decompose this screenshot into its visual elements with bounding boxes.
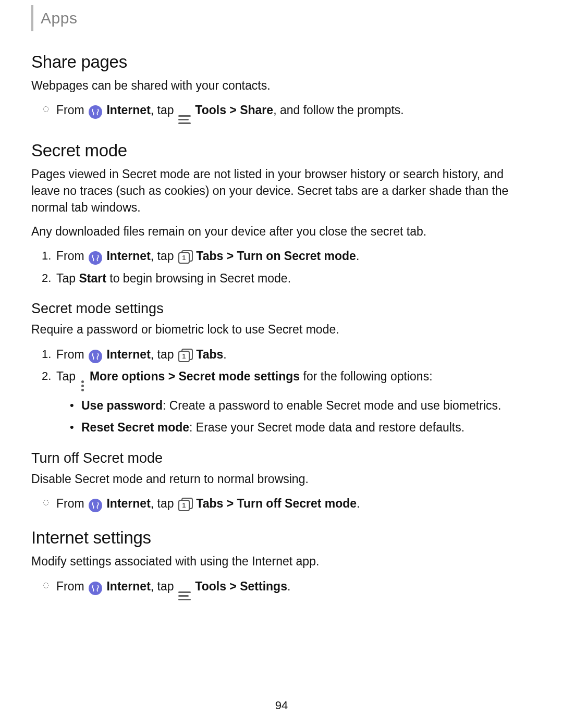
step-number-1: 1. [42, 247, 51, 264]
secret-mode-step2: 2. Tap Start to begin browsing in Secret… [31, 269, 532, 288]
tools-label: Tools [195, 103, 226, 117]
gt: > [226, 103, 240, 117]
gt: > [223, 497, 237, 510]
sms-sub1: Use password: Create a password to enabl… [31, 397, 532, 415]
secret-mode-intro1: Pages viewed in Secret mode are not list… [31, 166, 532, 216]
secret-mode-settings-intro: Require a password or biometric lock to … [31, 321, 532, 338]
internet-icon [89, 350, 102, 363]
tabs-icon: 1 [178, 498, 192, 510]
internet-label: Internet [106, 348, 150, 361]
internet-settings-intro: Modify settings associated with using th… [31, 553, 532, 570]
header-rule [31, 5, 33, 31]
internet-icon [89, 105, 102, 119]
text: Tap [56, 272, 79, 285]
text: From [56, 103, 84, 117]
text: for the following options: [300, 369, 432, 383]
text: , tap [151, 497, 174, 510]
sms-step1: 1. From Internet, tap 1 Tabs. [31, 346, 532, 364]
gt: > [165, 369, 178, 383]
turn-off-intro: Disable Secret mode and return to normal… [31, 471, 532, 487]
text: , tap [151, 348, 174, 361]
step-number-2: 2. [42, 269, 51, 287]
internet-label: Internet [106, 103, 150, 117]
manual-page: Apps Share pages Webpages can be shared … [0, 0, 563, 728]
text: , and follow the prompts. [273, 103, 404, 117]
reset-secret-label: Reset Secret mode [81, 421, 189, 434]
page-content: Share pages Webpages can be shared with … [31, 52, 532, 601]
turn-off-heading: Turn off Secret mode [31, 450, 532, 466]
sms-step2: 2. Tap More options > Secret mode settin… [31, 367, 532, 392]
text: , tap [151, 249, 174, 263]
secret-mode-step1: 1. From Internet, tap 1 Tabs > Turn on S… [31, 247, 532, 265]
text: : Erase your Secret mode data and restor… [189, 421, 464, 434]
tabs-icon: 1 [178, 250, 192, 263]
text: Tap [56, 369, 79, 383]
text: From [56, 579, 84, 593]
sms-label: Secret mode settings [178, 369, 300, 383]
tools-icon [178, 115, 191, 125]
start-label: Start [79, 272, 106, 285]
dot: . [356, 249, 359, 263]
text: to begin browsing in Secret mode. [106, 272, 291, 285]
action-label: Turn off Secret mode [237, 497, 357, 510]
internet-icon [89, 582, 102, 595]
secret-mode-intro2: Any downloaded files remain on your devi… [31, 223, 532, 240]
tabs-label: Tabs [196, 348, 223, 361]
more-options-label: More options [90, 369, 165, 383]
tabs-icon: 1 [178, 349, 192, 361]
tools-label: Tools [195, 579, 226, 593]
internet-label: Internet [106, 579, 150, 593]
header-title: Apps [41, 9, 77, 27]
sms-sub2: Reset Secret mode: Erase your Secret mod… [31, 418, 532, 437]
text: From [56, 249, 84, 263]
tabs-label: Tabs [196, 249, 223, 263]
internet-label: Internet [106, 249, 150, 263]
text: From [56, 348, 84, 361]
use-password-label: Use password [81, 399, 163, 412]
dot: . [357, 497, 360, 510]
text: From [56, 497, 84, 510]
internet-icon [89, 251, 102, 265]
share-label: Share [240, 103, 273, 117]
dot: . [223, 348, 226, 361]
more-options-icon [80, 380, 85, 392]
share-pages-intro: Webpages can be shared with your contact… [31, 77, 532, 94]
page-header: Apps [31, 5, 532, 31]
turn-off-step: From Internet, tap 1 Tabs > Turn off Sec… [31, 495, 532, 513]
secret-mode-title: Secret mode [31, 141, 532, 161]
internet-settings-title: Internet settings [31, 528, 532, 548]
internet-label: Internet [106, 497, 150, 510]
gt: > [223, 249, 237, 263]
text: : Create a password to enable Secret mod… [163, 399, 501, 412]
step-number-2: 2. [42, 367, 51, 385]
secret-mode-settings-heading: Secret mode settings [31, 301, 532, 317]
settings-label: Settings [240, 579, 287, 593]
share-pages-step: From Internet, tap Tools > Share, and fo… [31, 101, 532, 125]
internet-settings-step: From Internet, tap Tools > Settings. [31, 577, 532, 601]
text: , tap [151, 103, 174, 117]
tools-icon [178, 590, 191, 601]
page-number: 94 [0, 699, 563, 712]
action-label: Turn on Secret mode [237, 249, 356, 263]
text: , tap [151, 579, 174, 593]
dot: . [287, 579, 290, 593]
share-pages-title: Share pages [31, 52, 532, 72]
gt: > [226, 579, 240, 593]
internet-icon [89, 499, 102, 512]
tabs-label: Tabs [196, 497, 223, 510]
step-number-1: 1. [42, 346, 51, 363]
